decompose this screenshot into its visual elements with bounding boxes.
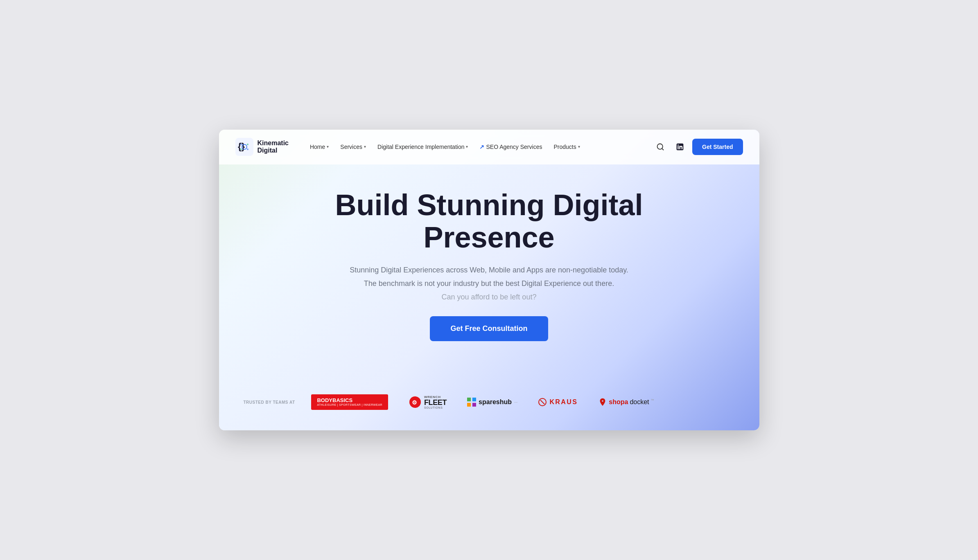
brand-shopadocket: shopa docket ™ [598, 398, 654, 407]
brand-logo-icon: {} [235, 138, 253, 156]
brand-name: Kinematic Digital [257, 139, 289, 154]
brand-name-line2: Digital [257, 147, 289, 154]
hero-content: Build Stunning Digital Presence Stunning… [219, 164, 759, 382]
svg-point-3 [240, 144, 242, 145]
fleet-solutions-label: SOLUTIONS [424, 406, 447, 409]
shopadocket-tm: ™ [651, 398, 654, 402]
seo-arrow-icon: ↗ [479, 144, 484, 150]
hero-title: Build Stunning Digital Presence [305, 189, 673, 254]
svg-point-4 [247, 144, 248, 145]
svg-rect-17 [472, 403, 476, 407]
home-chevron-icon: ▾ [327, 144, 329, 149]
services-chevron-icon: ▾ [364, 144, 366, 149]
spareshub-icon [467, 398, 476, 407]
nav-services-label: Services [340, 144, 362, 150]
shopadocket-icon [598, 398, 607, 407]
svg-line-19 [540, 400, 544, 404]
trusted-label: TRUSTED BY TEAMS AT [244, 400, 295, 405]
svg-rect-16 [467, 403, 471, 407]
fleet-name-label: FLEET [424, 399, 447, 406]
svg-line-8 [662, 148, 664, 150]
nav-products-label: Products [553, 144, 576, 150]
hero-subtitle-1: Stunning Digital Experiences across Web,… [350, 266, 628, 274]
nav-actions: Get Started [653, 139, 743, 155]
get-started-button[interactable]: Get Started [692, 139, 743, 155]
docket-text: docket [630, 398, 649, 406]
get-started-label: Get Started [702, 144, 733, 150]
fleet-logo-icon: ⚙ [409, 396, 422, 409]
nav-links: Home ▾ Services ▾ Digital Experience Imp… [305, 140, 646, 153]
dei-chevron-icon: ▾ [466, 144, 468, 149]
browser-window: {} Kinematic Digital Home ▾ [219, 130, 759, 430]
brand-bodybasics: BODYBASICS ATHLEISURE | SPORTSWEAR | INN… [311, 394, 388, 410]
fleet-text-group: WRENCH FLEET SOLUTIONS [424, 396, 447, 409]
shopa-text: shopa [609, 398, 628, 406]
spareshub-text: spareshub [479, 398, 512, 406]
spareshub-dots: ··· [514, 400, 517, 405]
svg-point-11 [678, 144, 679, 146]
kraus-icon [538, 398, 547, 407]
hero-question: Can you afford to be left out? [442, 293, 537, 301]
search-button[interactable] [653, 139, 668, 154]
nav-dei-label: Digital Experience Implementation [377, 144, 464, 150]
svg-point-6 [247, 148, 248, 150]
trusted-section: TRUSTED BY TEAMS AT BODYBASICS ATHLEISUR… [219, 382, 759, 430]
logo-link[interactable]: {} Kinematic Digital [235, 138, 289, 156]
svg-point-5 [240, 148, 242, 150]
nav-seo-label: SEO Agency Services [486, 144, 542, 150]
kraus-text: KRAUS [549, 398, 578, 406]
svg-rect-10 [678, 146, 679, 149]
svg-rect-14 [467, 398, 471, 401]
nav-home-label: Home [310, 144, 325, 150]
brand-kraus: KRAUS [538, 398, 578, 407]
search-icon [656, 143, 664, 151]
brand-logo-strip: BODYBASICS ATHLEISURE | SPORTSWEAR | INN… [311, 394, 734, 410]
products-chevron-icon: ▾ [578, 144, 580, 149]
linkedin-button[interactable] [673, 139, 687, 154]
nav-seo[interactable]: ↗ SEO Agency Services [474, 140, 547, 153]
svg-rect-15 [472, 398, 476, 401]
nav-services[interactable]: Services ▾ [335, 140, 371, 153]
linkedin-icon [676, 143, 684, 151]
navbar: {} Kinematic Digital Home ▾ [219, 130, 759, 164]
bodybasics-sub: ATHLEISURE | SPORTSWEAR | INNERWEAR [317, 403, 382, 407]
brand-spareshub: spareshub ··· [467, 398, 517, 407]
cta-button[interactable]: Get Free Consultation [430, 316, 548, 341]
hero-subtitle-2: The benchmark is not your industry but t… [364, 279, 614, 288]
svg-text:⚙: ⚙ [412, 399, 417, 406]
hero-section: {} Kinematic Digital Home ▾ [219, 130, 759, 430]
cta-label: Get Free Consultation [450, 324, 527, 333]
nav-dei[interactable]: Digital Experience Implementation ▾ [373, 140, 473, 153]
nav-products[interactable]: Products ▾ [549, 140, 585, 153]
brand-fleet: ⚙ WRENCH FLEET SOLUTIONS [409, 396, 447, 409]
nav-home[interactable]: Home ▾ [305, 140, 334, 153]
brand-name-line1: Kinematic [257, 139, 289, 147]
bodybasics-text: BODYBASICS [317, 398, 382, 403]
